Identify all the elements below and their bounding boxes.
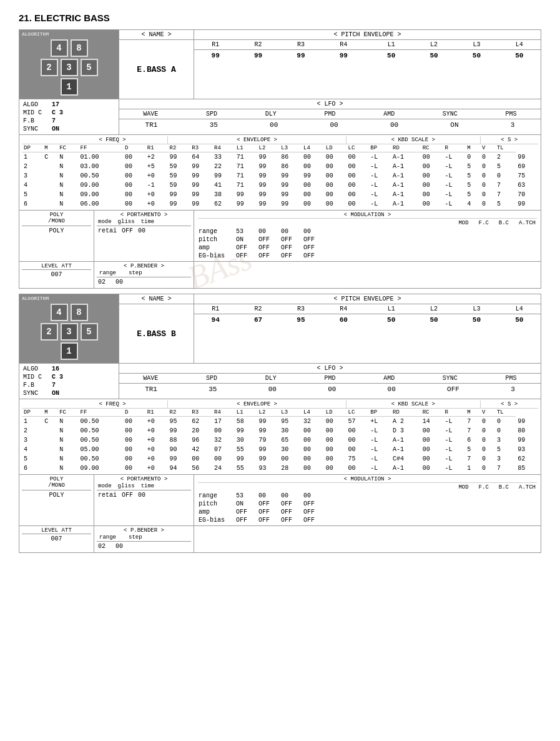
op-table-b: < FREQ > < ENVELOPE > < KBD SCALE > < S …	[22, 400, 538, 473]
lfo-vals-b: TR135000000OFF3	[119, 384, 541, 395]
section-a: ALGORITHM 4 8 2 3 5 1	[19, 29, 541, 289]
name-value-b: E.BASS B	[119, 304, 194, 363]
name-value-a: E.BASS A	[119, 40, 194, 99]
op-col-headers-b: DP M FC FF D R1R2R3R4 L1L2L3L4 LDLCBPRDR…	[22, 409, 538, 417]
algo-diagram-a: ALGORITHM 4 8 2 3 5 1	[19, 30, 119, 99]
lfo-box-b: < LFO > WAVESPDDLYPMDAMDSYNCPMS TR135000…	[119, 364, 541, 399]
op-row-2: 2N03.0000+5 5999227199860000 00-LA-100-L…	[22, 162, 538, 171]
level-box-b: LEVEL ATT 007	[19, 526, 94, 552]
name-header-a: < NAME >	[119, 30, 194, 40]
op-table-wrapper-b: < FREQ > < ENVELOPE > < KBD SCALE > < S …	[19, 399, 541, 474]
op-row-1: 1CN01.0000+2 9964337199860000 00-LA-100-…	[22, 152, 538, 162]
pitch-header-b: < PITCH ENVELOPE >	[194, 294, 541, 304]
level-box-a: LEVEL ATT 007	[19, 262, 94, 288]
op-b-row-6: 6N09.0000+0 9456245593280000 00-LA-100-L…	[22, 464, 538, 473]
params-box-b: ALGO16 MID CC 3 F.B7 SYNCON	[19, 364, 119, 399]
level-row-a: LEVEL ATT 007 < P.BENDER > rangestep 020…	[19, 261, 541, 288]
op-b-row-1: 1CN00.5000+0 9562175899953200 57+LA 214-…	[22, 417, 538, 427]
pbender-box-a: < P.BENDER > rangestep 0200	[94, 262, 194, 288]
pitch-header-a: < PITCH ENVELOPE >	[194, 30, 541, 40]
poly-box-a: POLY /MONO POLY	[19, 211, 94, 261]
modulation-box-a: < MODULATION > MODF.CB.CA.TCH range 5300…	[194, 211, 541, 261]
name-header-b: < NAME >	[119, 294, 194, 304]
op-table-wrapper-a: < FREQ > < ENVELOPE > < KBD SCALE > < S …	[19, 135, 541, 210]
pitch-cols-b: R1R2R3R4 L1L2L3L4	[194, 304, 541, 314]
op-header-row-b: < FREQ > < ENVELOPE > < KBD SCALE > < S …	[22, 400, 538, 409]
op-col-headers: DP M FC FF D R1R2R3R4 L1L2L3L4 LDLCBPRDR…	[22, 144, 538, 152]
op-row-3: 3N00.5000+0 5999997199999900 00-LA-100-L…	[22, 171, 538, 181]
algo-diagram-b: ALGORITHM 4 8 2 3 5 1	[19, 294, 119, 363]
middle-row-a: ALGO17 MID CC 3 F.B7 SYNCON < LFO > WAVE…	[19, 99, 541, 135]
top-row-a: ALGORITHM 4 8 2 3 5 1	[19, 30, 541, 99]
lfo-cols-b: WAVESPDDLYPMDAMDSYNCPMS	[119, 374, 541, 384]
lfo-cols-a: WAVESPDDLYPMDAMDSYNCPMS	[119, 109, 541, 119]
lfo-vals-a: TR135000000ON3	[119, 119, 541, 131]
page-title: 21. ELECTRIC BASS	[19, 12, 541, 23]
op-b-row-3: 3N00.5000+0 8896323079650000 00-LA-100-L…	[22, 435, 538, 445]
bottom-a: POLY /MONO POLY < PORTAMENTO > modegliss…	[19, 210, 541, 261]
portamento-box-b: < PORTAMENTO > modeglisstime retaiOFF00	[94, 475, 194, 525]
params-box-a: ALGO17 MID CC 3 F.B7 SYNCON	[19, 99, 119, 134]
lfo-header-b: < LFO >	[119, 364, 541, 374]
section-b: ALGORITHM 4 8 2 3 5 1	[19, 294, 541, 553]
pitch-env-b: < PITCH ENVELOPE > R1R2R3R4 L1L2L3L4 946…	[194, 294, 541, 363]
op-row-5: 5N09.0000+0 9999389999990000 00-LA-100-L…	[22, 190, 538, 199]
modulation-box-b: < MODULATION > MODF.CB.CA.TCH range 5300…	[194, 475, 541, 525]
op-header-row: < FREQ > < ENVELOPE > < KBD SCALE > < S …	[22, 136, 538, 144]
name-box-a: < NAME > E.BASS A	[119, 30, 194, 99]
op-b-row-4: 4N05.0000+0 9042075599300000 00-LA-100-L…	[22, 445, 538, 454]
pitch-cols-a: R1R2R3R4 L1L2L3L4	[194, 40, 541, 50]
op-b-row-2: 2N00.5000+0 9920009999300000 00-LD 300-L…	[22, 426, 538, 435]
pitch-vals-a: 99999999 50505050	[194, 50, 541, 61]
top-row-b: ALGORITHM 4 8 2 3 5 1	[19, 294, 541, 364]
lfo-header-a: < LFO >	[119, 99, 541, 109]
op-row-4: 4N09.0000-1 5999417199990000 00-LA-100-L…	[22, 181, 538, 190]
op-table-a: < FREQ > < ENVELOPE > < KBD SCALE > < S …	[22, 136, 538, 209]
lfo-box-a: < LFO > WAVESPDDLYPMDAMDSYNCPMS TR135000…	[119, 99, 541, 134]
middle-row-b: ALGO16 MID CC 3 F.B7 SYNCON < LFO > WAVE…	[19, 364, 541, 399]
bottom-b: POLY /MONO POLY < PORTAMENTO > modegliss…	[19, 474, 541, 525]
poly-box-b: POLY /MONO POLY	[19, 475, 94, 525]
pbender-box-b: < P.BENDER > rangestep 0200	[94, 526, 194, 552]
portamento-box-a: < PORTAMENTO > modeglisstime retaiOFF00	[94, 211, 194, 261]
pitch-vals-b: 94679560 50505050	[194, 314, 541, 326]
level-row-b: LEVEL ATT 007 < P.BENDER > rangestep 020…	[19, 525, 541, 552]
op-row-6: 6N06.0000+0 9999629999990000 00-LA-100-L…	[22, 199, 538, 209]
pitch-env-a: < PITCH ENVELOPE > R1R2R3R4 L1L2L3L4 999…	[194, 30, 541, 99]
name-box-b: < NAME > E.BASS B	[119, 294, 194, 363]
op-b-row-5: 5N00.5000+0 9900009999000000 75-LC#400-L…	[22, 454, 538, 464]
